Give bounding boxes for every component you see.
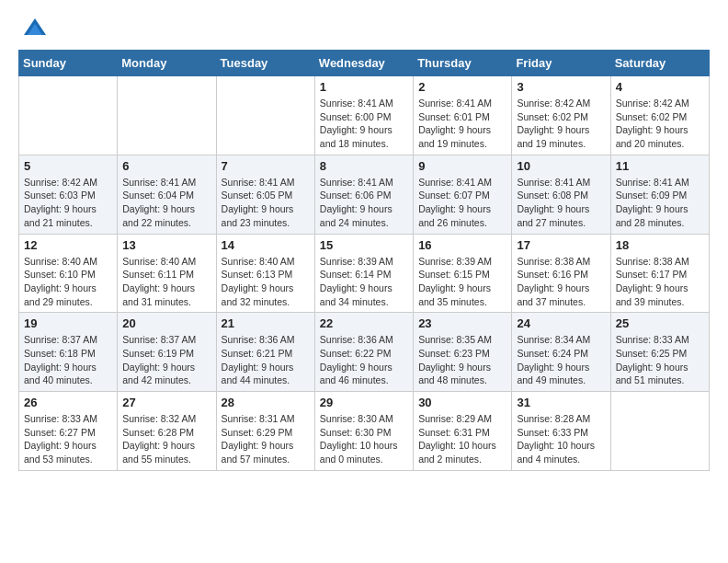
week-row-2: 5Sunrise: 8:42 AM Sunset: 6:03 PM Daylig… — [19, 155, 710, 234]
weekday-header-thursday: Thursday — [414, 51, 512, 76]
calendar-cell: 1Sunrise: 8:41 AM Sunset: 6:00 PM Daylig… — [314, 76, 413, 155]
calendar-cell: 22Sunrise: 8:36 AM Sunset: 6:22 PM Dayli… — [314, 313, 413, 392]
cell-text: Sunrise: 8:41 AM Sunset: 6:07 PM Dayligh… — [418, 176, 506, 230]
calendar-cell — [610, 392, 709, 471]
calendar-cell: 3Sunrise: 8:42 AM Sunset: 6:02 PM Daylig… — [512, 76, 610, 155]
cell-text: Sunrise: 8:42 AM Sunset: 6:02 PM Dayligh… — [517, 97, 605, 151]
week-row-1: 1Sunrise: 8:41 AM Sunset: 6:00 PM Daylig… — [19, 76, 710, 155]
day-number: 4 — [616, 80, 704, 94]
day-number: 12 — [24, 238, 112, 252]
calendar-cell: 28Sunrise: 8:31 AM Sunset: 6:29 PM Dayli… — [216, 392, 314, 471]
cell-text: Sunrise: 8:34 AM Sunset: 6:24 PM Dayligh… — [517, 333, 605, 387]
day-number: 6 — [122, 159, 210, 173]
day-number: 14 — [222, 238, 310, 252]
cell-text: Sunrise: 8:31 AM Sunset: 6:29 PM Dayligh… — [222, 412, 310, 466]
calendar-cell — [216, 76, 314, 155]
cell-text: Sunrise: 8:30 AM Sunset: 6:30 PM Dayligh… — [320, 412, 408, 466]
calendar-cell: 4Sunrise: 8:42 AM Sunset: 6:02 PM Daylig… — [610, 76, 709, 155]
cell-text: Sunrise: 8:38 AM Sunset: 6:16 PM Dayligh… — [517, 255, 605, 309]
cell-text: Sunrise: 8:38 AM Sunset: 6:17 PM Dayligh… — [616, 255, 704, 309]
day-number: 26 — [24, 396, 112, 409]
cell-text: Sunrise: 8:40 AM Sunset: 6:13 PM Dayligh… — [222, 255, 310, 309]
calendar-cell: 2Sunrise: 8:41 AM Sunset: 6:01 PM Daylig… — [414, 76, 512, 155]
calendar-cell — [118, 76, 216, 155]
cell-text: Sunrise: 8:29 AM Sunset: 6:31 PM Dayligh… — [418, 412, 506, 466]
weekday-header-saturday: Saturday — [610, 51, 709, 76]
day-number: 21 — [222, 316, 310, 330]
calendar-cell: 13Sunrise: 8:40 AM Sunset: 6:11 PM Dayli… — [118, 234, 216, 313]
day-number: 20 — [122, 316, 210, 330]
calendar-cell: 29Sunrise: 8:30 AM Sunset: 6:30 PM Dayli… — [314, 392, 413, 471]
weekday-header-friday: Friday — [512, 51, 610, 76]
calendar-cell: 31Sunrise: 8:28 AM Sunset: 6:33 PM Dayli… — [512, 392, 610, 471]
day-number: 25 — [616, 316, 704, 330]
week-row-5: 26Sunrise: 8:33 AM Sunset: 6:27 PM Dayli… — [19, 392, 710, 471]
weekday-header-wednesday: Wednesday — [314, 51, 413, 76]
calendar-cell: 14Sunrise: 8:40 AM Sunset: 6:13 PM Dayli… — [216, 234, 314, 313]
day-number: 27 — [122, 396, 210, 409]
cell-text: Sunrise: 8:36 AM Sunset: 6:22 PM Dayligh… — [320, 333, 408, 387]
day-number: 3 — [517, 80, 605, 94]
day-number: 5 — [24, 159, 112, 173]
calendar-cell: 21Sunrise: 8:36 AM Sunset: 6:21 PM Dayli… — [216, 313, 314, 392]
day-number: 13 — [122, 238, 210, 252]
cell-text: Sunrise: 8:39 AM Sunset: 6:14 PM Dayligh… — [320, 255, 408, 309]
day-number: 31 — [517, 396, 605, 409]
week-row-4: 19Sunrise: 8:37 AM Sunset: 6:18 PM Dayli… — [19, 313, 710, 392]
day-number: 11 — [616, 159, 704, 173]
calendar-cell: 23Sunrise: 8:35 AM Sunset: 6:23 PM Dayli… — [414, 313, 512, 392]
cell-text: Sunrise: 8:42 AM Sunset: 6:03 PM Dayligh… — [24, 176, 112, 230]
header-area — [18, 15, 710, 40]
weekday-header-tuesday: Tuesday — [216, 51, 314, 76]
day-number: 22 — [320, 316, 408, 330]
calendar-cell: 7Sunrise: 8:41 AM Sunset: 6:05 PM Daylig… — [216, 155, 314, 234]
day-number: 19 — [24, 316, 112, 330]
calendar-cell: 15Sunrise: 8:39 AM Sunset: 6:14 PM Dayli… — [314, 234, 413, 313]
day-number: 2 — [418, 80, 506, 94]
day-number: 30 — [418, 396, 506, 409]
day-number: 16 — [418, 238, 506, 252]
cell-text: Sunrise: 8:36 AM Sunset: 6:21 PM Dayligh… — [222, 333, 310, 387]
day-number: 9 — [418, 159, 506, 173]
cell-text: Sunrise: 8:32 AM Sunset: 6:28 PM Dayligh… — [122, 412, 210, 466]
day-number: 17 — [517, 238, 605, 252]
calendar-cell: 25Sunrise: 8:33 AM Sunset: 6:25 PM Dayli… — [610, 313, 709, 392]
calendar-cell: 8Sunrise: 8:41 AM Sunset: 6:06 PM Daylig… — [314, 155, 413, 234]
calendar-cell: 27Sunrise: 8:32 AM Sunset: 6:28 PM Dayli… — [118, 392, 216, 471]
calendar-cell: 9Sunrise: 8:41 AM Sunset: 6:07 PM Daylig… — [414, 155, 512, 234]
calendar-cell: 11Sunrise: 8:41 AM Sunset: 6:09 PM Dayli… — [610, 155, 709, 234]
calendar-cell: 6Sunrise: 8:41 AM Sunset: 6:04 PM Daylig… — [118, 155, 216, 234]
cell-text: Sunrise: 8:41 AM Sunset: 6:06 PM Dayligh… — [320, 176, 408, 230]
calendar-cell: 19Sunrise: 8:37 AM Sunset: 6:18 PM Dayli… — [19, 313, 118, 392]
day-number: 10 — [517, 159, 605, 173]
cell-text: Sunrise: 8:41 AM Sunset: 6:09 PM Dayligh… — [616, 176, 704, 230]
calendar-cell: 24Sunrise: 8:34 AM Sunset: 6:24 PM Dayli… — [512, 313, 610, 392]
cell-text: Sunrise: 8:41 AM Sunset: 6:00 PM Dayligh… — [320, 97, 408, 151]
cell-text: Sunrise: 8:37 AM Sunset: 6:18 PM Dayligh… — [24, 333, 112, 387]
cell-text: Sunrise: 8:41 AM Sunset: 6:05 PM Dayligh… — [222, 176, 310, 230]
cell-text: Sunrise: 8:39 AM Sunset: 6:15 PM Dayligh… — [418, 255, 506, 309]
cell-text: Sunrise: 8:33 AM Sunset: 6:27 PM Dayligh… — [24, 412, 112, 466]
calendar-cell: 26Sunrise: 8:33 AM Sunset: 6:27 PM Dayli… — [19, 392, 118, 471]
calendar-cell: 17Sunrise: 8:38 AM Sunset: 6:16 PM Dayli… — [512, 234, 610, 313]
calendar-cell: 16Sunrise: 8:39 AM Sunset: 6:15 PM Dayli… — [414, 234, 512, 313]
cell-text: Sunrise: 8:41 AM Sunset: 6:01 PM Dayligh… — [418, 97, 506, 151]
day-number: 8 — [320, 159, 408, 173]
day-number: 28 — [222, 396, 310, 409]
cell-text: Sunrise: 8:41 AM Sunset: 6:08 PM Dayligh… — [517, 176, 605, 230]
calendar-cell: 5Sunrise: 8:42 AM Sunset: 6:03 PM Daylig… — [19, 155, 118, 234]
cell-text: Sunrise: 8:40 AM Sunset: 6:10 PM Dayligh… — [24, 255, 112, 309]
day-number: 18 — [616, 238, 704, 252]
calendar-cell: 20Sunrise: 8:37 AM Sunset: 6:19 PM Dayli… — [118, 313, 216, 392]
day-number: 23 — [418, 316, 506, 330]
calendar-cell: 18Sunrise: 8:38 AM Sunset: 6:17 PM Dayli… — [610, 234, 709, 313]
page: SundayMondayTuesdayWednesdayThursdayFrid… — [0, 0, 728, 486]
week-row-3: 12Sunrise: 8:40 AM Sunset: 6:10 PM Dayli… — [19, 234, 710, 313]
logo-icon — [22, 15, 48, 40]
cell-text: Sunrise: 8:28 AM Sunset: 6:33 PM Dayligh… — [517, 412, 605, 466]
cell-text: Sunrise: 8:42 AM Sunset: 6:02 PM Dayligh… — [616, 97, 704, 151]
calendar-table: SundayMondayTuesdayWednesdayThursdayFrid… — [18, 50, 710, 471]
cell-text: Sunrise: 8:41 AM Sunset: 6:04 PM Dayligh… — [122, 176, 210, 230]
calendar-cell: 10Sunrise: 8:41 AM Sunset: 6:08 PM Dayli… — [512, 155, 610, 234]
day-number: 1 — [320, 80, 408, 94]
